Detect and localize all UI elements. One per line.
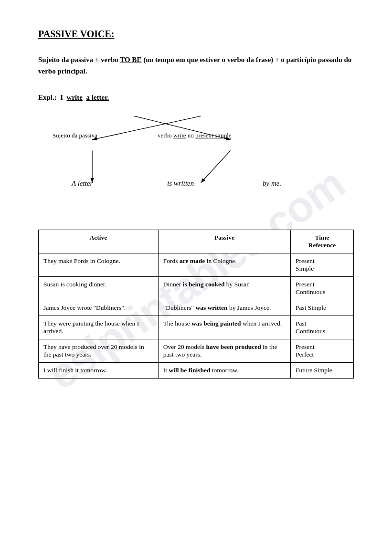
- passive-cell: Fords are made in Cologne.: [158, 253, 290, 277]
- sujeito-label: Sujeito da passiva: [53, 132, 97, 139]
- time-cell: PresentPerfect: [290, 339, 353, 363]
- svg-line-4: [201, 150, 231, 182]
- header-time: TimeReference: [290, 230, 353, 253]
- passive-cell: It will be finished tomorrow.: [158, 363, 290, 379]
- time-cell: Future Simple: [290, 363, 353, 379]
- example-verb: write: [67, 94, 83, 101]
- verbo-label: verbo write no present simple: [158, 132, 232, 139]
- header-active: Active: [39, 230, 159, 253]
- active-cell: They make Fords in Cologne.: [39, 253, 159, 277]
- table-row: They have produced over 20 models in the…: [39, 339, 354, 363]
- example-section: Expl.: I write a letter.: [38, 94, 354, 211]
- passive-cell: Dinner is being cooked by Susan: [158, 277, 290, 300]
- time-cell: PresentContinuous: [290, 277, 353, 300]
- passive-cell: "Dubliners" was written by James Joyce.: [158, 300, 290, 316]
- passive-voice-table: Active Passive TimeReference They make F…: [38, 230, 354, 379]
- table-row: They make Fords in Cologne. Fords are ma…: [39, 253, 354, 277]
- passive-cell: Over 20 models have been produced in the…: [158, 339, 290, 363]
- table-row: Susan is cooking dinner. Dinner is being…: [39, 277, 354, 300]
- a-letter-label: A letter: [72, 179, 93, 188]
- is-written-label: is written: [167, 179, 194, 188]
- example-label: Expl.:: [38, 94, 57, 101]
- diagram: Sujeito da passiva verbo write no presen…: [48, 105, 334, 211]
- example-line: Expl.: I write a letter.: [38, 94, 354, 102]
- active-cell: They have produced over 20 models in the…: [39, 339, 159, 363]
- time-cell: Past Simple: [290, 300, 353, 316]
- active-cell: I will finish it tomorrow.: [39, 363, 159, 379]
- passive-cell: The house was being painted when I arriv…: [158, 316, 290, 339]
- time-cell: PresentSimple: [290, 253, 353, 277]
- by-me-label: by me.: [263, 179, 281, 188]
- table-row: James Joyce wrote "Dubliners". "Dubliner…: [39, 300, 354, 316]
- page-title: PASSIVE VOICE:: [38, 29, 354, 40]
- active-cell: They were painting the house when I arri…: [39, 316, 159, 339]
- active-cell: James Joyce wrote "Dubliners".: [39, 300, 159, 316]
- table-row: I will finish it tomorrow. It will be fi…: [39, 363, 354, 379]
- active-cell: Susan is cooking dinner.: [39, 277, 159, 300]
- intro-text: Sujeito da passiva + verbo TO BE (no tem…: [38, 54, 354, 77]
- example-object: a letter.: [86, 94, 109, 101]
- header-passive: Passive: [158, 230, 290, 253]
- table-row: They were painting the house when I arri…: [39, 316, 354, 339]
- time-cell: PastContinuous: [290, 316, 353, 339]
